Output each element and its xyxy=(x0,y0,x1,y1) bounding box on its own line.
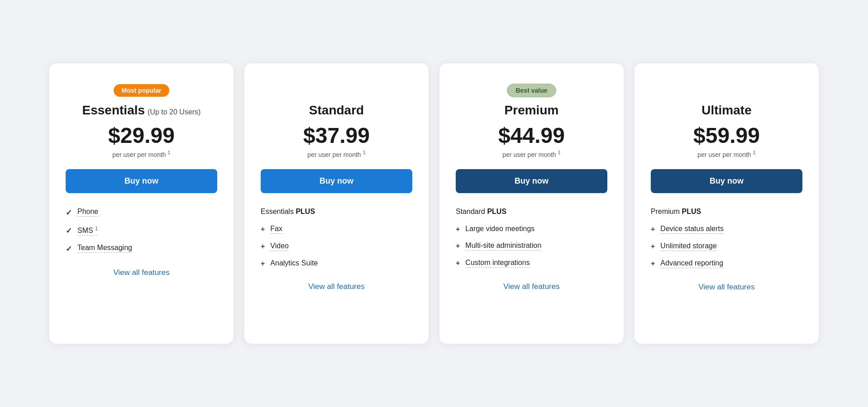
price-standard: $37.99 xyxy=(261,123,412,148)
plus-label-premium: Standard PLUS xyxy=(456,208,607,216)
plus-label-standard: Essentials PLUS xyxy=(261,208,412,216)
plan-name-essentials: Essentials xyxy=(82,103,145,117)
feature-text-standard-1: Video xyxy=(270,242,289,251)
badge-area-essentials: Most popular xyxy=(66,81,217,99)
price-note-essentials: per user per month 1 xyxy=(66,150,217,158)
feature-list-ultimate: +Device status alerts+Unlimited storage+… xyxy=(651,225,802,268)
feature-text-essentials-2: Team Messaging xyxy=(77,244,132,253)
feature-item-ultimate-1: +Unlimited storage xyxy=(651,242,802,251)
plus-label-ultimate: Premium PLUS xyxy=(651,208,802,216)
features-section-premium: Standard PLUS+Large video meetings+Multi… xyxy=(456,208,607,326)
pricing-card-premium: Best valuePremium$44.99per user per mont… xyxy=(439,63,624,344)
feature-item-premium-2: +Custom integrations xyxy=(456,259,607,268)
plan-title-standard: Standard xyxy=(261,103,412,118)
buy-button-essentials[interactable]: Buy now xyxy=(66,169,217,193)
feature-item-standard-0: +Fax xyxy=(261,225,412,234)
price-ultimate: $59.99 xyxy=(651,123,802,148)
feature-text-ultimate-0: Device status alerts xyxy=(660,225,724,234)
feature-list-standard: +Fax+Video+Analytics Suite xyxy=(261,225,412,268)
plus-icon: + xyxy=(651,260,655,268)
badge-area-ultimate xyxy=(651,81,802,99)
badge-area-standard xyxy=(261,81,412,99)
plus-icon: + xyxy=(261,260,265,268)
price-note-premium: per user per month 1 xyxy=(456,150,607,158)
feature-item-essentials-2: ✓Team Messaging xyxy=(66,244,217,254)
pricing-card-ultimate: Ultimate$59.99per user per month 1Buy no… xyxy=(634,63,819,344)
plan-title-premium: Premium xyxy=(456,103,607,118)
feature-item-standard-2: +Analytics Suite xyxy=(261,259,412,268)
price-essentials: $29.99 xyxy=(66,123,217,148)
feature-text-essentials-1: SMS 1 xyxy=(77,226,98,236)
feature-list-premium: +Large video meetings+Multi-site adminis… xyxy=(456,225,607,268)
plan-name-standard: Standard xyxy=(309,103,364,117)
feature-item-ultimate-2: +Advanced reporting xyxy=(651,259,802,268)
plus-icon: + xyxy=(261,225,265,233)
view-all-link-essentials[interactable]: View all features xyxy=(66,265,217,277)
plan-name-ultimate: Ultimate xyxy=(701,103,751,117)
check-icon: ✓ xyxy=(66,244,72,254)
features-section-ultimate: Premium PLUS+Device status alerts+Unlimi… xyxy=(651,208,802,326)
price-note-ultimate: per user per month 1 xyxy=(651,150,802,158)
feature-text-standard-0: Fax xyxy=(270,225,282,234)
view-all-link-premium[interactable]: View all features xyxy=(456,279,607,291)
plus-icon: + xyxy=(456,259,460,267)
buy-button-ultimate[interactable]: Buy now xyxy=(651,169,802,193)
feature-text-premium-2: Custom integrations xyxy=(465,259,529,268)
plus-icon: + xyxy=(456,225,460,233)
price-area-premium: $44.99 xyxy=(456,123,607,148)
feature-item-ultimate-0: +Device status alerts xyxy=(651,225,802,234)
plus-icon: + xyxy=(651,225,655,233)
feature-text-standard-2: Analytics Suite xyxy=(270,259,318,267)
view-all-link-ultimate[interactable]: View all features xyxy=(651,279,802,292)
feature-text-ultimate-1: Unlimited storage xyxy=(660,242,717,251)
feature-item-essentials-0: ✓Phone xyxy=(66,208,217,218)
feature-item-essentials-1: ✓SMS 1 xyxy=(66,226,217,236)
badge-essentials: Most popular xyxy=(114,84,170,97)
plan-title-ultimate: Ultimate xyxy=(651,103,802,118)
price-premium: $44.99 xyxy=(456,123,607,148)
feature-text-ultimate-2: Advanced reporting xyxy=(660,259,723,268)
features-section-standard: Essentials PLUS+Fax+Video+Analytics Suit… xyxy=(261,208,412,326)
plus-icon: + xyxy=(261,242,265,251)
features-section-essentials: ✓Phone✓SMS 1✓Team MessagingView all feat… xyxy=(66,208,217,326)
buy-button-standard[interactable]: Buy now xyxy=(261,169,412,193)
feature-list-essentials: ✓Phone✓SMS 1✓Team Messaging xyxy=(66,208,217,254)
plan-name-premium: Premium xyxy=(505,103,559,117)
check-icon: ✓ xyxy=(66,208,72,218)
price-area-essentials: $29.99 xyxy=(66,123,217,148)
badge-premium: Best value xyxy=(507,84,556,97)
view-all-link-standard[interactable]: View all features xyxy=(261,279,412,291)
plus-icon: + xyxy=(456,242,460,250)
feature-text-essentials-0: Phone xyxy=(77,208,98,217)
feature-item-premium-1: +Multi-site administration xyxy=(456,241,607,251)
price-area-standard: $37.99 xyxy=(261,123,412,148)
plan-subtitle-essentials: (Up to 20 Users) xyxy=(148,108,200,116)
check-icon: ✓ xyxy=(66,226,72,236)
price-note-standard: per user per month 1 xyxy=(261,150,412,158)
feature-text-premium-1: Multi-site administration xyxy=(465,241,541,251)
pricing-card-essentials: Most popularEssentials(Up to 20 Users)$2… xyxy=(49,63,234,344)
pricing-card-standard: Standard$37.99per user per month 1Buy no… xyxy=(244,63,429,344)
plan-title-essentials: Essentials(Up to 20 Users) xyxy=(66,103,217,118)
feature-text-premium-0: Large video meetings xyxy=(465,225,534,233)
plus-icon: + xyxy=(651,242,655,251)
price-area-ultimate: $59.99 xyxy=(651,123,802,148)
feature-item-standard-1: +Video xyxy=(261,242,412,251)
pricing-section: Most popularEssentials(Up to 20 Users)$2… xyxy=(49,63,819,344)
feature-item-premium-0: +Large video meetings xyxy=(456,225,607,233)
buy-button-premium[interactable]: Buy now xyxy=(456,169,607,193)
badge-area-premium: Best value xyxy=(456,81,607,99)
